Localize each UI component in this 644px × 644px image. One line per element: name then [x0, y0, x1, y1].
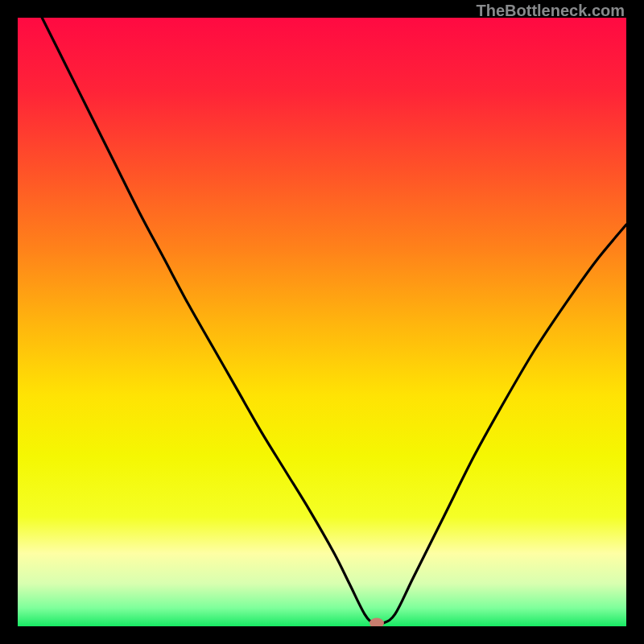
watermark-label: TheBottleneck.com [477, 2, 625, 20]
optimal-marker [369, 618, 384, 626]
bottleneck-curve [18, 18, 626, 626]
plot-area [18, 18, 626, 626]
chart-container: TheBottleneck.com [0, 0, 644, 644]
